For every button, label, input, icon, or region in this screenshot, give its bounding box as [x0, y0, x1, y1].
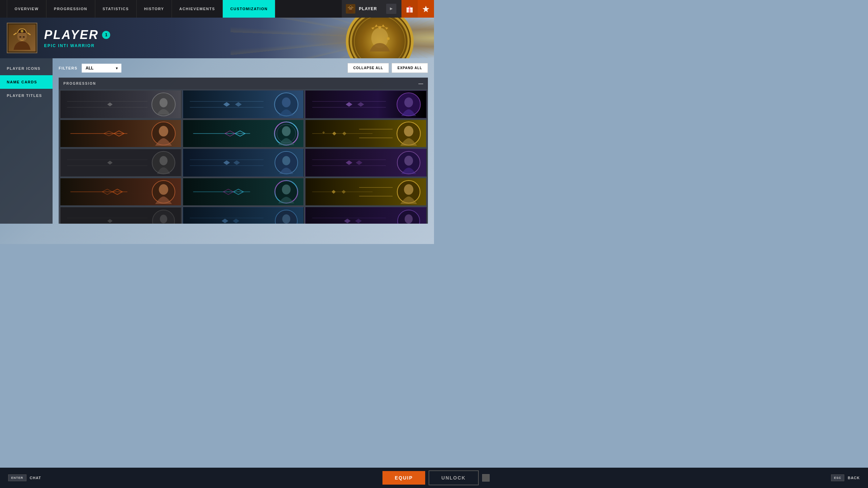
name-card-7[interactable] [60, 149, 181, 177]
nav-player-info: PLAYER [342, 0, 381, 18]
name-card-14[interactable] [183, 207, 304, 224]
content-area: FILTERS ALL OWNED NOT OWNED COLLAPSE ALL… [53, 58, 434, 224]
profile-name-text: PLAYER [44, 28, 99, 42]
decorative-circle [346, 18, 414, 58]
name-card-13[interactable] [60, 207, 181, 224]
svg-line-10 [14, 33, 17, 35]
nav-gift-button[interactable] [401, 0, 418, 18]
filters-left: FILTERS ALL OWNED NOT OWNED [59, 64, 121, 73]
svg-line-1 [348, 7, 349, 8]
cards-grid [59, 89, 428, 224]
section-collapse-button[interactable]: — [418, 81, 423, 86]
top-navigation: OVERVIEW PROGRESSION STATISTICS HISTORY … [0, 0, 434, 18]
nav-right-section: PLAYER [342, 0, 434, 18]
filters-select[interactable]: ALL OWNED NOT OWNED [82, 64, 121, 73]
svg-point-38 [405, 98, 413, 107]
svg-marker-8 [422, 6, 429, 12]
tab-overview[interactable]: OVERVIEW [7, 0, 46, 18]
svg-point-14 [21, 30, 23, 33]
sidebar-item-player-titles[interactable]: PLAYER TITLES [0, 89, 53, 102]
progression-section: PROGRESSION — [59, 78, 428, 224]
svg-point-60 [404, 126, 414, 137]
svg-line-11 [27, 33, 31, 35]
filters-right: COLLAPSE ALL EXPAND ALL [348, 63, 428, 73]
section-header: PROGRESSION — [59, 78, 428, 89]
name-card-6[interactable] [305, 120, 427, 147]
name-card-12[interactable] [305, 178, 427, 206]
svg-point-13 [23, 36, 25, 38]
nav-divider [381, 0, 401, 18]
svg-point-92 [282, 185, 291, 195]
svg-marker-3 [390, 7, 393, 10]
svg-line-2 [352, 7, 353, 8]
name-card-4[interactable] [60, 120, 181, 147]
sidebar-item-player-icons[interactable]: PLAYER ICONS [0, 62, 53, 75]
filters-select-wrapper: ALL OWNED NOT OWNED [82, 64, 121, 73]
svg-point-120 [405, 214, 413, 223]
name-card-5[interactable] [183, 120, 304, 147]
tab-achievements[interactable]: ACHIEVEMENTS [172, 0, 223, 18]
profile-avatar [7, 23, 37, 53]
profile-info: PLAYER 1 EPIC INTI WARRIOR [44, 28, 110, 48]
svg-point-51 [282, 126, 291, 136]
svg-point-24 [159, 98, 167, 107]
svg-point-18 [387, 37, 390, 40]
svg-point-113 [282, 214, 290, 223]
svg-point-100 [404, 184, 414, 195]
svg-point-80 [405, 156, 413, 166]
filters-label: FILTERS [59, 66, 78, 70]
filters-bar: FILTERS ALL OWNED NOT OWNED COLLAPSE ALL… [59, 63, 428, 73]
name-card-10[interactable] [60, 178, 181, 206]
svg-point-106 [160, 215, 167, 223]
section-title: PROGRESSION [63, 82, 96, 85]
nav-player-avatar [346, 4, 355, 14]
svg-point-31 [282, 98, 291, 107]
name-card-2[interactable] [183, 90, 304, 118]
tab-statistics[interactable]: STATISTICS [95, 0, 137, 18]
name-card-9[interactable] [305, 149, 427, 177]
tab-customization[interactable]: CUSTOMIZATION [223, 0, 275, 18]
sidebar-item-name-cards[interactable]: NAME CARDS [0, 75, 53, 89]
name-card-8[interactable] [183, 149, 304, 177]
nav-player-name: PLAYER [359, 6, 377, 11]
name-card-1[interactable] [60, 90, 181, 118]
tab-progression[interactable]: PROGRESSION [46, 0, 95, 18]
nav-arrow-icon [386, 4, 396, 14]
svg-point-44 [159, 126, 168, 137]
name-card-3[interactable] [305, 90, 427, 118]
name-card-15[interactable] [305, 207, 427, 224]
tab-history[interactable]: HISTORY [137, 0, 172, 18]
svg-point-66 [159, 156, 167, 165]
collapse-all-button[interactable]: COLLAPSE ALL [348, 63, 389, 73]
profile-level-badge: 1 [102, 31, 110, 39]
profile-name-row: PLAYER 1 [44, 28, 110, 42]
nav-rank-button[interactable] [418, 0, 434, 18]
profile-header: PLAYER 1 EPIC INTI WARRIOR [0, 18, 434, 58]
svg-point-12 [19, 36, 21, 38]
expand-all-button[interactable]: EXPAND ALL [392, 63, 428, 73]
profile-avatar-inner [8, 24, 36, 52]
svg-point-86 [159, 184, 168, 195]
profile-subtitle: EPIC INTI WARRIOR [44, 43, 110, 48]
svg-point-73 [282, 156, 290, 165]
name-card-11[interactable] [183, 178, 304, 206]
main-content: PLAYER ICONS NAME CARDS PLAYER TITLES FI… [0, 58, 434, 224]
sidebar: PLAYER ICONS NAME CARDS PLAYER TITLES [0, 58, 53, 224]
